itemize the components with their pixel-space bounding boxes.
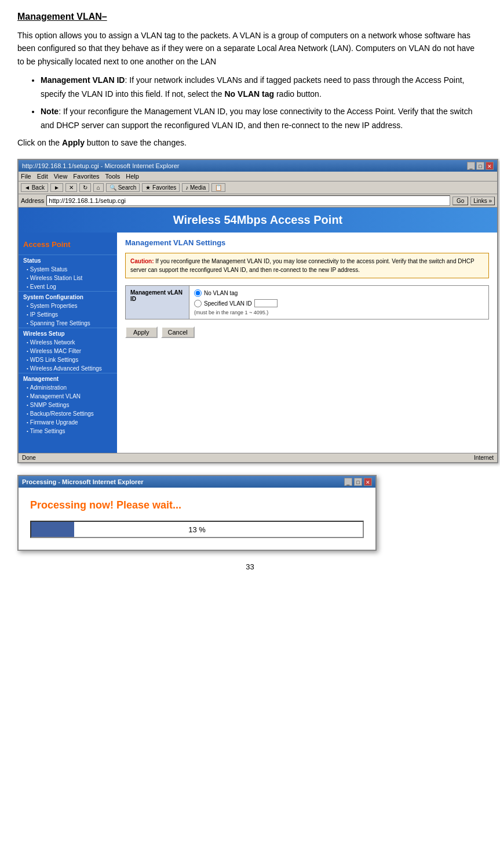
sidebar-section-management: Management <box>19 373 117 383</box>
sidebar-item-ip-settings[interactable]: • IP Settings <box>19 310 117 319</box>
browser-title: http://192.168.1.1/setup.cgi - Microsoft… <box>22 162 179 169</box>
links-button[interactable]: Links » <box>470 197 495 205</box>
cancel-button[interactable]: Cancel <box>161 326 195 338</box>
minimize-button[interactable]: _ <box>467 162 475 170</box>
home-button[interactable]: ⌂ <box>93 183 104 192</box>
content-inner: Management VLAN Settings Caution: If you… <box>117 233 497 344</box>
menu-view[interactable]: View <box>54 173 68 180</box>
sidebar-item-backup-restore[interactable]: • Backup/Restore Settings <box>19 409 117 418</box>
dialog-titlebar: Processing - Microsoft Internet Explorer… <box>19 476 375 488</box>
sidebar-item-wireless-station-list[interactable]: • Wireless Station List <box>19 274 117 282</box>
intro-paragraph: This option allows you to assign a VLAN … <box>17 29 483 68</box>
sidebar-section-system-config: System Configuration <box>19 291 117 302</box>
progress-bar-container: 13 % <box>30 521 364 538</box>
media-button[interactable]: ♪ Media <box>182 183 209 192</box>
radio-specified-vlan-label: Specified VLAN ID <box>204 300 252 307</box>
sidebar-item-wireless-network[interactable]: • Wireless Network <box>19 338 117 347</box>
bullet-dot4: • <box>27 303 28 308</box>
refresh-button[interactable]: ↻ <box>79 183 91 192</box>
address-input[interactable] <box>46 195 450 206</box>
bullet-dot13: • <box>27 402 28 408</box>
dialog-title: Processing - Microsoft Internet Explorer <box>22 478 144 485</box>
bullet-dot7: • <box>27 340 28 345</box>
sidebar-item-management-vlan[interactable]: • Management VLAN <box>19 392 117 401</box>
form-buttons: Apply Cancel <box>125 326 489 338</box>
list-item-note: Note: If your reconfigure the Management… <box>41 105 483 133</box>
bullet-dot16: • <box>27 428 28 434</box>
radio-specified-vlan[interactable] <box>194 300 202 307</box>
apply-button[interactable]: Apply <box>125 326 158 338</box>
browser-toolbar: ◄ Back ► ✕ ↻ ⌂ 🔍 Search ★ Favorites ♪ Me… <box>19 181 497 194</box>
sidebar-item-wireless-advanced[interactable]: • Wireless Advanced Settings <box>19 364 117 373</box>
radio-no-vlan[interactable] <box>194 289 202 297</box>
note-label: Note <box>41 107 59 116</box>
menu-favorites[interactable]: Favorites <box>73 173 99 180</box>
sidebar-item-event-log[interactable]: • Event Log <box>19 282 117 291</box>
progress-label: 13 % <box>31 522 363 537</box>
dialog-close-button[interactable]: ✕ <box>364 478 372 486</box>
sidebar-section-wireless-setup: Wireless Setup <box>19 328 117 338</box>
menu-help[interactable]: Help <box>126 173 139 180</box>
bullet-dot14: • <box>27 411 28 416</box>
dialog-minimize-button[interactable]: _ <box>344 478 352 486</box>
page-number: 33 <box>17 562 483 571</box>
bullet-dot12: • <box>27 394 28 399</box>
radio-specified-vlan-option: Specified VLAN ID <box>194 299 484 307</box>
bullet-dot6: • <box>27 321 28 326</box>
menu-tools[interactable]: Tools <box>105 173 121 180</box>
page-heading: Management VLAN– <box>17 12 483 22</box>
bullet-dot3: • <box>27 284 28 289</box>
sidebar-item-administration[interactable]: • Administration <box>19 383 117 392</box>
titlebar-buttons: _ □ ✕ <box>467 162 494 170</box>
bullet-dot: • <box>27 267 28 272</box>
bullet-dot2: • <box>27 275 28 281</box>
bullet-list: Management VLAN ID: If your network incl… <box>41 74 483 132</box>
browser-menubar: File Edit View Favorites Tools Help <box>19 172 497 181</box>
caution-text: If you reconfigure the Management VLAN I… <box>130 258 474 273</box>
browser-window: http://192.168.1.1/setup.cgi - Microsoft… <box>17 159 498 463</box>
dialog-maximize-button[interactable]: □ <box>354 478 362 486</box>
vlan-label: Management vLAN ID <box>130 289 183 302</box>
sidebar-item-spanning-tree[interactable]: • Spanning Tree Settings <box>19 319 117 328</box>
go-button[interactable]: Go <box>452 197 468 205</box>
vlan-row: Management vLAN ID No VLAN tag <box>126 286 489 319</box>
sidebar-item-wds-link-settings[interactable]: • WDS Link Settings <box>19 355 117 364</box>
sidebar-item-snmp-settings[interactable]: • SNMP Settings <box>19 401 117 409</box>
ap-main: Access Point Status • System Status • Wi… <box>19 233 497 453</box>
menu-edit[interactable]: Edit <box>37 173 48 180</box>
search-button[interactable]: 🔍 Search <box>106 183 140 192</box>
sidebar-item-system-properties[interactable]: • System Properties <box>19 302 117 310</box>
range-note: (must be in the range 1 ~ 4095.) <box>194 310 484 315</box>
ap-content: Management VLAN Settings Caution: If you… <box>117 233 497 453</box>
vlan-id-field[interactable] <box>254 299 278 307</box>
caution-label: Caution: <box>130 258 154 264</box>
click-pre: Click on the <box>17 138 62 147</box>
browser-body: Wireless 54Mbps Access Point Access Poin… <box>19 208 497 453</box>
sidebar-item-time-settings[interactable]: • Time Settings <box>19 427 117 435</box>
address-bar: Address Go Links » <box>19 194 497 208</box>
sidebar-item-system-status[interactable]: • System Status <box>19 265 117 274</box>
dialog-overlay: Processing - Microsoft Internet Explorer… <box>17 475 483 551</box>
sidebar-section-status: Status <box>19 255 117 265</box>
processing-dialog: Processing - Microsoft Internet Explorer… <box>17 475 377 551</box>
ap-sidebar: Access Point Status • System Status • Wi… <box>19 233 117 453</box>
bullet-dot11: • <box>27 385 28 390</box>
back-button[interactable]: ◄ Back <box>21 183 48 192</box>
forward-button[interactable]: ► <box>50 183 63 192</box>
close-button[interactable]: ✕ <box>486 162 494 170</box>
bullet-dot5: • <box>27 312 28 317</box>
history-button[interactable]: 📋 <box>211 183 225 192</box>
menu-file[interactable]: File <box>21 173 31 180</box>
bullet-dot8: • <box>27 348 28 354</box>
page-content: Management VLAN– This option allows you … <box>17 12 483 571</box>
sidebar-item-wireless-mac-filter[interactable]: • Wireless MAC Filter <box>19 347 117 355</box>
favorites-button[interactable]: ★ Favorites <box>142 183 180 192</box>
vlan-label-cell: Management vLAN ID <box>126 286 189 319</box>
sidebar-item-firmware-upgrade[interactable]: • Firmware Upgrade <box>19 418 117 427</box>
maximize-button[interactable]: □ <box>476 162 484 170</box>
stop-button[interactable]: ✕ <box>65 183 77 192</box>
vlan-settings-table: Management vLAN ID No VLAN tag <box>125 285 489 319</box>
bullet-dot10: • <box>27 366 28 371</box>
bullet-dot9: • <box>27 357 28 362</box>
dialog-body: Processing now! Please wait... 13 % <box>19 488 375 550</box>
